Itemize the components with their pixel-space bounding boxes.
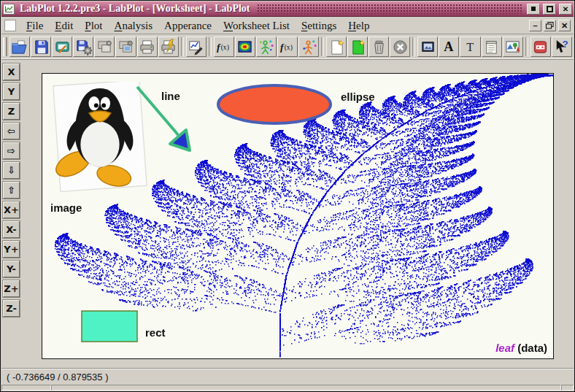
new-worksheet-icon[interactable]	[326, 36, 347, 57]
add-image-icon-glyph	[504, 39, 521, 55]
axes-tool-column: XYZ⇦⇨⇩⇧X+X-Y+Y-Z+Z-	[3, 64, 20, 317]
pan-left-button[interactable]: ⇦	[3, 123, 20, 139]
pan-right-button[interactable]: ⇨	[3, 142, 20, 159]
whats-this-icon[interactable]	[552, 36, 572, 57]
menu-bar: FileEditPlotAnalysisApperanceWorksheet L…	[1, 18, 574, 34]
labplot-window: LabPlot 1.2.2.pre3 - LabPlot - [Workshee…	[0, 0, 575, 392]
menu-analysis[interactable]: Analysis	[109, 19, 159, 33]
worksheet-notes-icon[interactable]	[482, 36, 502, 57]
maximize-glyph	[547, 6, 553, 12]
mdi-minimize-button[interactable]: –	[529, 20, 541, 31]
quick-print-icon[interactable]	[158, 36, 179, 57]
new-active-worksheet-icon-glyph	[350, 39, 366, 55]
zoom-x-out-button[interactable]: X-	[3, 221, 20, 238]
add-label-icon-glyph	[441, 39, 458, 55]
status-cell-middle	[51, 385, 561, 391]
open-project-icon[interactable]	[9, 36, 30, 57]
zoom-z-in-button[interactable]: Z+	[3, 280, 20, 297]
mdi-child-icon[interactable]	[4, 20, 16, 31]
new-3d-plot-icon[interactable]	[256, 36, 277, 57]
line-arrowhead[interactable]	[170, 130, 190, 150]
mdi-restore-button[interactable]	[544, 20, 556, 31]
project-explorer-icon-glyph	[54, 39, 71, 55]
delete-worksheet-icon[interactable]	[368, 36, 389, 57]
export-worksheet-icon-glyph	[96, 39, 113, 55]
edit-plot-icon-glyph	[188, 39, 204, 55]
print-icon[interactable]	[137, 36, 158, 57]
label-line[interactable]: line	[161, 90, 180, 102]
new-animation-icon-glyph	[301, 39, 317, 55]
new-active-worksheet-icon[interactable]	[347, 36, 368, 57]
label-leaf-data[interactable]: leaf (data)	[495, 342, 547, 354]
close-button[interactable]: ✕	[559, 4, 572, 15]
whats-this-icon-glyph	[553, 39, 570, 55]
worksheet-canvas-area[interactable]: line ellipse image rect leaf (data)	[42, 73, 554, 359]
iconify-button[interactable]	[527, 4, 540, 15]
toolbar-separator	[321, 37, 324, 56]
axis-x-button[interactable]: X	[3, 64, 20, 80]
edit-plot-icon[interactable]	[186, 36, 207, 57]
axis-y-button[interactable]: Y	[3, 83, 20, 100]
zoom-z-out-button[interactable]: Z-	[3, 300, 20, 317]
status-strip	[1, 385, 574, 391]
project-explorer-icon[interactable]	[52, 36, 72, 57]
axis-z-button[interactable]: Z	[3, 103, 20, 120]
new-3d-function-plot-icon-glyph	[279, 39, 296, 55]
mdi-close-button[interactable]: ✕	[558, 20, 571, 31]
restore-glyph	[546, 22, 554, 29]
ellipse-object[interactable]	[218, 85, 331, 123]
export-image-icon-glyph	[420, 39, 436, 55]
export-worksheet-icon[interactable]	[94, 36, 115, 57]
label-image[interactable]: image	[50, 201, 82, 214]
add-text-icon[interactable]	[460, 36, 480, 57]
duplicate-worksheet-icon[interactable]	[115, 36, 136, 57]
new-worksheet-icon-glyph	[328, 39, 345, 55]
titlebar-texture	[257, 4, 522, 14]
add-label-icon[interactable]	[439, 36, 459, 57]
new-2d-density-plot-icon[interactable]	[235, 36, 255, 57]
worksheet-notes-icon-glyph	[483, 39, 500, 55]
menu-items: FileEditPlotAnalysisApperanceWorksheet L…	[20, 19, 375, 33]
pan-down-button[interactable]: ⇩	[3, 162, 20, 179]
cursor-coordinates: ( -0.736649 / 0.879535 )	[1, 369, 574, 385]
save-settings-icon-glyph	[75, 39, 92, 55]
maximize-button[interactable]	[543, 4, 556, 15]
new-3d-plot-icon-glyph	[258, 39, 274, 55]
status-cell-left	[1, 385, 51, 391]
menu-worksheet-list[interactable]: Worksheet List	[217, 19, 296, 33]
save-settings-icon[interactable]	[73, 36, 93, 57]
status-bar: ( -0.736649 / 0.879535 )	[1, 369, 574, 391]
resize-grip[interactable]	[561, 385, 574, 391]
zoom-x-in-button[interactable]: X+	[3, 201, 20, 218]
label-ellipse[interactable]: ellipse	[341, 91, 375, 103]
new-2d-density-plot-icon-glyph	[236, 39, 253, 55]
menu-settings[interactable]: Settings	[296, 19, 342, 33]
close-worksheet-icon[interactable]	[390, 36, 410, 57]
menu-edit[interactable]: Edit	[49, 19, 79, 33]
new-animation-icon[interactable]	[298, 36, 319, 57]
toolbar-drag-handle[interactable]	[3, 37, 7, 56]
menu-file[interactable]: File	[20, 19, 49, 33]
app-launcher-icon[interactable]	[530, 36, 551, 57]
leaf-series-name: leaf	[495, 342, 514, 354]
app-launcher-icon-glyph	[532, 39, 549, 55]
add-image-icon[interactable]	[503, 36, 523, 57]
export-image-icon[interactable]	[417, 36, 438, 57]
save-project-icon[interactable]	[31, 36, 51, 57]
pan-up-button[interactable]: ⇧	[3, 182, 20, 199]
zoom-y-out-button[interactable]: Y-	[3, 261, 20, 277]
title-bar[interactable]: LabPlot 1.2.2.pre3 - LabPlot - [Workshee…	[1, 1, 574, 17]
iconify-glyph	[531, 7, 536, 11]
save-project-icon-glyph	[33, 39, 50, 55]
close-worksheet-icon-glyph	[392, 39, 409, 55]
new-3d-function-plot-icon[interactable]	[277, 36, 298, 57]
menu-plot[interactable]: Plot	[79, 19, 108, 33]
menu-help[interactable]: Help	[342, 19, 375, 33]
rect-object[interactable]	[82, 311, 137, 342]
zoom-y-in-button[interactable]: Y+	[3, 241, 20, 258]
new-2d-function-plot-icon[interactable]	[214, 36, 234, 57]
labplot-app-icon[interactable]	[3, 4, 15, 15]
label-rect[interactable]: rect	[145, 326, 166, 339]
main-toolbar	[1, 35, 574, 59]
menu-apperance[interactable]: Apperance	[158, 19, 217, 33]
